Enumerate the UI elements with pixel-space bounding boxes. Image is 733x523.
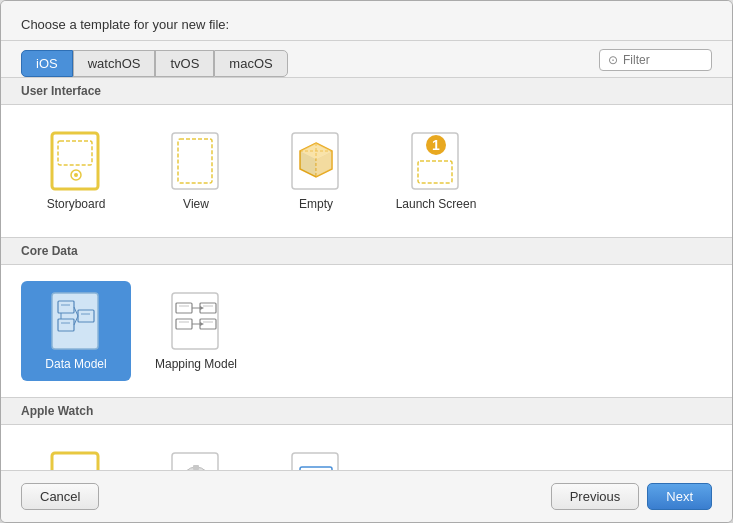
data-model-label: Data Model xyxy=(45,357,106,371)
tab-macos[interactable]: macOS xyxy=(214,50,287,77)
launch-screen-label: Launch Screen xyxy=(396,197,477,211)
template-item-mapping-model[interactable]: Mapping Model xyxy=(141,281,251,381)
filter-icon: ⊙ xyxy=(608,53,618,67)
footer: Cancel Previous Next xyxy=(1,470,732,522)
tab-bar: iOS watchOS tvOS macOS ⊙ xyxy=(1,41,732,78)
navigation-buttons: Previous Next xyxy=(551,483,712,510)
empty-icon xyxy=(286,131,346,191)
template-item-notification[interactable]: APNS Notification xyxy=(261,441,371,470)
launch-screen-icon: 1 xyxy=(406,131,466,191)
tab-watchos[interactable]: watchOS xyxy=(73,50,156,77)
template-item-empty[interactable]: Empty xyxy=(261,121,371,221)
template-item-launch-screen[interactable]: 1 Launch Screen xyxy=(381,121,491,221)
section-header-core-data: Core Data xyxy=(1,237,732,265)
storyboard-icon xyxy=(46,131,106,191)
filter-box: ⊙ xyxy=(599,49,712,71)
cancel-button[interactable]: Cancel xyxy=(21,483,99,510)
data-model-icon xyxy=(46,291,106,351)
apple-watch-grid: Storyboard Wa xyxy=(1,425,732,470)
content-area: User Interface Storyboard xyxy=(1,78,732,470)
tab-ios[interactable]: iOS xyxy=(21,50,73,77)
section-header-user-interface: User Interface xyxy=(1,78,732,105)
empty-label: Empty xyxy=(299,197,333,211)
view-icon xyxy=(166,131,226,191)
watch-storyboard-icon xyxy=(46,451,106,470)
template-item-data-model[interactable]: Data Model xyxy=(21,281,131,381)
svg-rect-5 xyxy=(172,133,218,189)
template-item-watch-storyboard[interactable]: Storyboard xyxy=(21,441,131,470)
filter-input[interactable] xyxy=(623,53,703,67)
watchkit-settings-icon xyxy=(166,451,226,470)
mapping-model-label: Mapping Model xyxy=(155,357,237,371)
svg-rect-41 xyxy=(52,453,98,470)
storyboard-label: Storyboard xyxy=(47,197,106,211)
next-button[interactable]: Next xyxy=(647,483,712,510)
template-item-view[interactable]: View xyxy=(141,121,251,221)
dialog: Choose a template for your new file: iOS… xyxy=(0,0,733,523)
notification-icon: APNS xyxy=(286,451,346,470)
previous-button[interactable]: Previous xyxy=(551,483,640,510)
tab-tvos[interactable]: tvOS xyxy=(155,50,214,77)
user-interface-grid: Storyboard View xyxy=(1,105,732,237)
svg-text:1: 1 xyxy=(432,137,440,153)
view-label: View xyxy=(183,197,209,211)
dialog-title: Choose a template for your new file: xyxy=(1,1,732,41)
core-data-grid: Data Model xyxy=(1,265,732,397)
svg-point-4 xyxy=(74,173,78,177)
svg-rect-28 xyxy=(172,293,218,349)
template-item-storyboard[interactable]: Storyboard xyxy=(21,121,131,221)
section-header-apple-watch: Apple Watch xyxy=(1,397,732,425)
mapping-model-icon xyxy=(166,291,226,351)
template-item-watchkit-settings[interactable]: WatchKit Settings xyxy=(141,441,251,470)
